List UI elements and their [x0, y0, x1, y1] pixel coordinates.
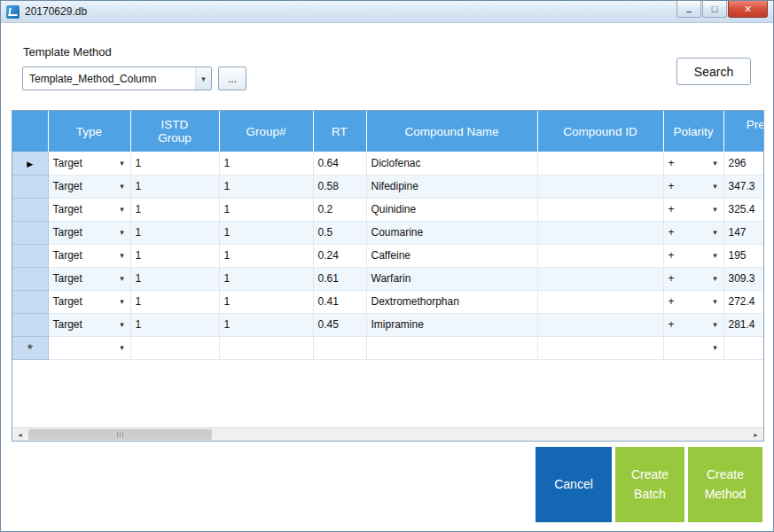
cell-compound_name[interactable]: Diclofenac [366, 152, 537, 175]
cell-precursor[interactable] [723, 336, 763, 359]
polarity-dropdown-icon[interactable]: ▾ [709, 274, 722, 283]
row-selector[interactable] [12, 244, 48, 267]
cell-istd_group[interactable]: 1 [130, 244, 219, 267]
column-header-istd_group[interactable]: ISTD Group [130, 111, 219, 152]
cell-type[interactable]: Target▾ [48, 152, 130, 175]
cell-istd_group[interactable]: 1 [130, 313, 219, 336]
create-batch-button[interactable]: Create Batch [615, 447, 684, 522]
cell-polarity[interactable]: +▾ [663, 175, 723, 198]
cell-precursor[interactable]: 296 [723, 152, 763, 175]
horizontal-scrollbar[interactable]: ◄ ► [12, 427, 763, 441]
type-dropdown-icon[interactable]: ▾ [116, 205, 129, 214]
cell-type[interactable]: Target▾ [48, 221, 130, 244]
cell-istd_group[interactable]: 1 [130, 198, 219, 221]
cell-precursor[interactable]: 147 [723, 221, 763, 244]
chevron-down-icon[interactable]: ▾ [195, 67, 211, 90]
close-button[interactable]: × [728, 1, 768, 18]
search-button[interactable]: Search [676, 58, 751, 85]
cell-type[interactable]: ▾ [48, 336, 130, 359]
cell-precursor[interactable]: 325.4 [723, 198, 763, 221]
row-selector[interactable] [12, 313, 48, 336]
cell-group[interactable]: 1 [219, 175, 313, 198]
cell-polarity[interactable]: +▾ [663, 221, 723, 244]
cell-type[interactable]: Target▾ [48, 267, 130, 290]
polarity-dropdown-icon[interactable]: ▾ [709, 159, 722, 168]
cell-group[interactable]: 1 [219, 290, 313, 313]
cell-rt[interactable]: 0.24 [313, 244, 366, 267]
cell-rt[interactable]: 0.64 [313, 152, 366, 175]
cell-group[interactable]: 1 [219, 267, 313, 290]
template-method-dropdown[interactable]: Template_Method_Column ▾ [22, 66, 212, 90]
cell-rt[interactable]: 0.45 [313, 313, 366, 336]
polarity-dropdown-icon[interactable]: ▾ [709, 343, 722, 352]
scroll-right-arrow-icon[interactable]: ► [748, 428, 763, 441]
type-dropdown-icon[interactable]: ▾ [116, 297, 129, 306]
polarity-dropdown-icon[interactable]: ▾ [709, 297, 722, 306]
row-selector[interactable] [12, 175, 48, 198]
row-selector[interactable]: ▶ [12, 152, 48, 175]
cell-group[interactable]: 1 [219, 198, 313, 221]
polarity-dropdown-icon[interactable]: ▾ [709, 228, 722, 237]
cell-polarity[interactable]: +▾ [663, 290, 723, 313]
browse-button[interactable]: ... [218, 66, 246, 90]
cell-compound_id[interactable] [537, 175, 663, 198]
cancel-button[interactable]: Cancel [536, 447, 612, 522]
cell-compound_name[interactable]: Nifedipine [366, 175, 537, 198]
cell-compound_name[interactable] [366, 336, 537, 359]
cell-rt[interactable]: 0.41 [313, 290, 366, 313]
cell-polarity[interactable]: +▾ [663, 313, 723, 336]
cell-polarity[interactable]: ▾ [663, 336, 723, 359]
cell-compound_name[interactable]: Caffeine [366, 244, 537, 267]
cell-polarity[interactable]: +▾ [663, 244, 723, 267]
row-selector[interactable] [12, 221, 48, 244]
cell-type[interactable]: Target▾ [48, 313, 130, 336]
cell-compound_id[interactable] [537, 152, 663, 175]
cell-type[interactable]: Target▾ [48, 290, 130, 313]
cell-precursor[interactable]: 281.4 [723, 313, 763, 336]
cell-type[interactable]: Target▾ [48, 175, 130, 198]
cell-compound_name[interactable]: Imipramine [366, 313, 537, 336]
cell-compound_id[interactable] [537, 244, 663, 267]
create-method-button[interactable]: Create Method [688, 447, 762, 522]
row-selector[interactable] [12, 290, 48, 313]
column-header-selector[interactable] [12, 111, 48, 152]
cell-precursor[interactable]: 347.3 [723, 175, 763, 198]
column-header-compound_name[interactable]: Compound Name [366, 111, 537, 152]
cell-polarity[interactable]: +▾ [663, 198, 723, 221]
type-dropdown-icon[interactable]: ▾ [116, 320, 129, 329]
cell-rt[interactable] [313, 336, 366, 359]
cell-istd_group[interactable]: 1 [130, 221, 219, 244]
cell-istd_group[interactable]: 1 [130, 267, 219, 290]
column-header-group[interactable]: Group# [219, 111, 313, 152]
cell-istd_group[interactable]: 1 [130, 290, 219, 313]
minimize-button[interactable]: – [676, 1, 701, 18]
cell-precursor[interactable]: 272.4 [723, 290, 763, 313]
type-dropdown-icon[interactable]: ▾ [116, 251, 129, 260]
cell-compound_id[interactable] [537, 267, 663, 290]
polarity-dropdown-icon[interactable]: ▾ [709, 251, 722, 260]
cell-istd_group[interactable]: 1 [130, 175, 219, 198]
cell-compound_id[interactable] [537, 313, 663, 336]
cell-istd_group[interactable]: 1 [130, 152, 219, 175]
polarity-dropdown-icon[interactable]: ▾ [709, 182, 722, 191]
column-header-type[interactable]: Type [48, 111, 130, 152]
cell-compound_name[interactable]: Quinidine [366, 198, 537, 221]
cell-compound_id[interactable] [537, 198, 663, 221]
scrollbar-thumb[interactable] [28, 429, 212, 440]
row-selector[interactable] [12, 267, 48, 290]
cell-rt[interactable]: 0.5 [313, 221, 366, 244]
cell-group[interactable]: 1 [219, 221, 313, 244]
column-header-compound_id[interactable]: Compound ID [537, 111, 663, 152]
type-dropdown-icon[interactable]: ▾ [116, 228, 129, 237]
cell-type[interactable]: Target▾ [48, 244, 130, 267]
cell-group[interactable]: 1 [219, 313, 313, 336]
cell-rt[interactable]: 0.61 [313, 267, 366, 290]
cell-compound_name[interactable]: Coumarine [366, 221, 537, 244]
cell-rt[interactable]: 0.2 [313, 198, 366, 221]
cell-compound_id[interactable] [537, 336, 663, 359]
cell-polarity[interactable]: +▾ [663, 152, 723, 175]
scroll-left-arrow-icon[interactable]: ◄ [12, 428, 27, 441]
type-dropdown-icon[interactable]: ▾ [116, 159, 129, 168]
type-dropdown-icon[interactable]: ▾ [116, 274, 129, 283]
cell-group[interactable]: 1 [219, 244, 313, 267]
